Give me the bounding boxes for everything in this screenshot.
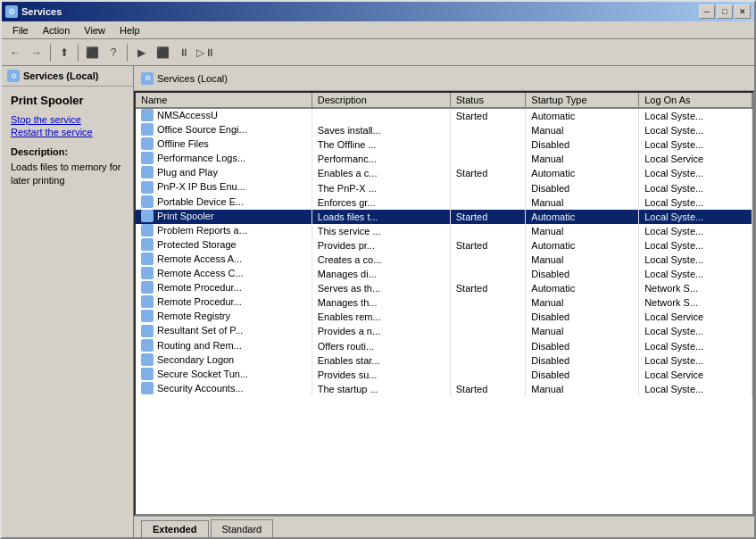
service-startup-cell: Manual (526, 295, 639, 310)
service-status-cell (450, 368, 526, 382)
stop-button[interactable]: ⬛ (153, 43, 172, 62)
service-name-cell: Remote Procedur... (136, 295, 312, 310)
menu-file[interactable]: File (5, 23, 36, 37)
menu-action[interactable]: Action (36, 23, 78, 37)
service-startup-cell: Manual (526, 195, 639, 210)
pause-button[interactable]: ⏸ (174, 43, 194, 62)
main-content: ⚙ Services (Local) Print Spooler Stop th… (2, 66, 754, 537)
minimize-button[interactable]: ─ (699, 4, 715, 19)
service-desc-cell: Serves as th... (312, 281, 450, 295)
table-row[interactable]: Plug and PlayEnables a c...StartedAutoma… (136, 166, 752, 180)
table-row[interactable]: Remote Procedur...Serves as th...Started… (136, 281, 752, 295)
service-name-cell: PnP-X IP Bus Enu... (136, 180, 312, 195)
col-header-name[interactable]: Name (136, 93, 312, 108)
service-name-text: Remote Access C... (157, 268, 244, 278)
service-status-cell: Started (450, 281, 526, 295)
menu-view[interactable]: View (77, 23, 112, 37)
service-startup-cell: Disabled (526, 310, 639, 324)
service-desc-cell: The PnP-X ... (312, 180, 450, 195)
services-table-container[interactable]: Name Description Status Startup Type Log… (134, 91, 754, 516)
close-button[interactable]: ✕ (735, 4, 751, 19)
play-button[interactable]: ▶ (131, 43, 151, 62)
table-row[interactable]: Problem Reports a...This service ...Manu… (136, 224, 752, 238)
service-desc-cell: This service ... (312, 224, 450, 238)
service-icon (141, 281, 154, 294)
maximize-button[interactable]: □ (717, 4, 733, 19)
show-hide-button[interactable]: ⬛ (82, 43, 102, 62)
table-row[interactable]: Remote RegistryEnables rem...DisabledLoc… (136, 310, 752, 324)
table-row[interactable]: Protected StorageProvides pr...StartedAu… (136, 238, 752, 253)
stop-service-link[interactable]: Stop the service (11, 114, 124, 125)
service-startup-cell: Disabled (526, 137, 639, 152)
service-desc-cell: Provides pr... (312, 238, 450, 253)
table-row[interactable]: Security Accounts...The startup ...Start… (136, 382, 752, 396)
left-panel-title: Services (Local) (23, 70, 98, 81)
table-row[interactable]: Remote Procedur...Manages th...ManualNet… (136, 295, 752, 310)
service-startup-cell: Disabled (526, 267, 639, 281)
service-name-text: Remote Access A... (157, 253, 242, 264)
table-row[interactable]: Portable Device E...Enforces gr...Manual… (136, 195, 752, 210)
service-status-cell (450, 310, 526, 324)
menu-bar: File Action View Help (2, 21, 754, 39)
service-name-cell: Security Accounts... (136, 382, 312, 396)
service-startup-cell: Manual (526, 382, 639, 396)
service-icon (141, 267, 154, 279)
col-header-desc[interactable]: Description (312, 93, 450, 108)
table-row[interactable]: Office Source Engi...Saves install...Man… (136, 123, 752, 137)
service-startup-cell: Disabled (526, 368, 639, 382)
restart-service-link[interactable]: Restart the service (11, 127, 124, 137)
col-header-logon[interactable]: Log On As (639, 93, 752, 108)
service-desc-cell: Enables a c... (312, 166, 450, 180)
service-icon (141, 368, 154, 380)
up-button[interactable]: ⬆ (54, 43, 74, 62)
col-header-status[interactable]: Status (450, 93, 526, 108)
service-name-cell: Plug and Play (136, 166, 312, 180)
table-row[interactable]: Resultant Set of P...Provides a n...Manu… (136, 324, 752, 338)
table-row[interactable]: Performance Logs...Performanc...ManualLo… (136, 152, 752, 166)
service-logon-cell: Local Syste... (639, 238, 752, 253)
menu-help[interactable]: Help (112, 23, 147, 37)
service-startup-cell: Automatic (526, 108, 639, 123)
service-desc-cell (312, 108, 450, 123)
col-header-startup[interactable]: Startup Type (526, 93, 639, 108)
table-row[interactable]: Remote Access A...Creates a co...ManualL… (136, 253, 752, 267)
service-name-cell: Performance Logs... (136, 152, 312, 166)
service-logon-cell: Local Syste... (639, 195, 752, 210)
back-button[interactable]: ← (5, 43, 25, 62)
left-panel: ⚙ Services (Local) Print Spooler Stop th… (2, 66, 134, 537)
services-table: Name Description Status Startup Type Log… (136, 93, 752, 396)
tab-standard[interactable]: Standard (211, 519, 274, 537)
table-row[interactable]: NMSAccessUStartedAutomaticLocal Syste... (136, 108, 752, 123)
table-row[interactable]: Secure Socket Tun...Provides su...Disabl… (136, 368, 752, 382)
service-status-cell (450, 137, 526, 152)
right-panel-header: ⚙ Services (Local) (134, 66, 754, 91)
service-status-cell (450, 295, 526, 310)
table-header-row: Name Description Status Startup Type Log… (136, 93, 752, 108)
forward-button[interactable]: → (27, 43, 46, 62)
service-logon-cell: Local Syste... (639, 108, 752, 123)
service-icon (141, 310, 154, 322)
table-row[interactable]: Offline FilesThe Offline ...DisabledLoca… (136, 137, 752, 152)
right-panel: ⚙ Services (Local) Name Description Stat… (134, 66, 754, 537)
restart-button[interactable]: ▷⏸ (195, 43, 215, 62)
table-row[interactable]: Remote Access C...Manages di...DisabledL… (136, 267, 752, 281)
service-startup-cell: Manual (526, 152, 639, 166)
table-row[interactable]: Secondary LogonEnables star...DisabledLo… (136, 353, 752, 368)
service-logon-cell: Local Service (639, 368, 752, 382)
table-row[interactable]: PnP-X IP Bus Enu...The PnP-X ...Disabled… (136, 180, 752, 195)
service-status-cell (450, 180, 526, 195)
table-row[interactable]: Print SpoolerLoads files t...StartedAuto… (136, 210, 752, 224)
service-logon-cell: Local Syste... (639, 339, 752, 353)
title-bar-buttons: ─ □ ✕ (699, 4, 751, 19)
table-row[interactable]: Routing and Rem...Offers routi...Disable… (136, 339, 752, 353)
service-icon (141, 195, 154, 208)
service-name-cell: Protected Storage (136, 238, 312, 253)
service-name-cell: Portable Device E... (136, 195, 312, 210)
service-name-cell: Secure Socket Tun... (136, 368, 312, 382)
service-startup-cell: Automatic (526, 210, 639, 224)
service-name-text: Security Accounts... (157, 383, 244, 394)
service-desc-cell: Offers routi... (312, 339, 450, 353)
service-icon (141, 382, 154, 394)
tab-extended[interactable]: Extended (141, 520, 209, 537)
help-button[interactable]: ? (104, 43, 123, 62)
